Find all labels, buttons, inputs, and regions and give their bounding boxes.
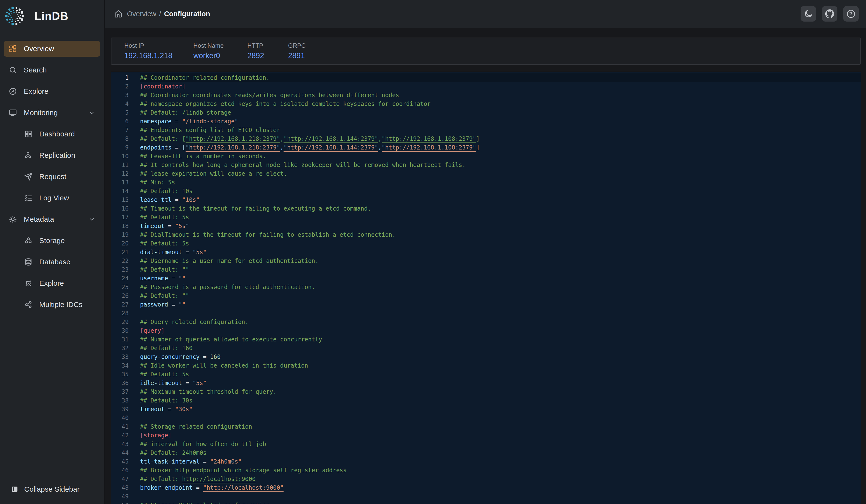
line-number: 48 <box>111 483 140 492</box>
config-editor[interactable]: 1## Coordinator related configuration.2[… <box>111 72 861 504</box>
help-button[interactable] <box>843 6 859 22</box>
code-text: ## namespace organizes etcd keys into a … <box>140 100 861 108</box>
collapse-sidebar-button[interactable]: Collapse Sidebar <box>0 482 104 497</box>
line-number: 10 <box>111 152 140 161</box>
line-number: 37 <box>111 388 140 396</box>
config-line: 38## Default: 30s <box>111 396 861 405</box>
content: Host IP192.168.1.218Host Nameworker0HTTP… <box>105 29 866 504</box>
config-line: 16## Timeout is the timeout for failing … <box>111 204 861 213</box>
line-number: 47 <box>111 475 140 483</box>
config-line: 43## interval for how often do ttl job <box>111 440 861 448</box>
config-line: 25## Password is a password for etcd aut… <box>111 283 861 291</box>
config-line: 7## Endpoints config list of ETCD cluste… <box>111 126 861 134</box>
config-line: 2[coordinator] <box>111 82 861 91</box>
line-number: 9 <box>111 143 140 152</box>
search-icon <box>9 66 17 74</box>
config-line: 29## Query related configuration. <box>111 318 861 326</box>
breadcrumb-separator: / <box>159 10 161 18</box>
help-icon <box>846 9 856 19</box>
sidebar-item-monitoring[interactable]: Monitoring <box>4 105 100 121</box>
database-icon <box>24 258 32 266</box>
sidebar-item-search[interactable]: Search <box>4 62 100 78</box>
checklist-icon <box>24 194 32 202</box>
info-field-host-ip: Host IP192.168.1.218 <box>124 42 193 60</box>
topbar: Overview / Configuration <box>105 0 866 29</box>
config-line: 6namespace = "/lindb-storage" <box>111 117 861 126</box>
sidebar-item-request[interactable]: Request <box>4 169 100 184</box>
info-field-value: 2892 <box>247 52 288 60</box>
config-line: 21dial-timeout = "5s" <box>111 248 861 257</box>
line-number: 3 <box>111 91 140 100</box>
config-line: 36idle-timeout = "5s" <box>111 379 861 388</box>
sidebar-item-log-view[interactable]: Log View <box>4 190 100 206</box>
config-line: 24username = "" <box>111 274 861 283</box>
config-line: 45ttl-task-interval = "24h0m0s" <box>111 457 861 466</box>
target-icon <box>24 279 32 287</box>
sidebar-item-label: Storage <box>39 236 65 245</box>
info-field-value: 2891 <box>288 52 306 60</box>
sidebar-item-replication[interactable]: Replication <box>4 147 100 163</box>
info-field-label: Host Name <box>193 42 247 49</box>
code-text: [storage] <box>140 431 861 440</box>
config-line: 17## Default: 5s <box>111 213 861 222</box>
sidebar-item-label: Log View <box>39 194 69 202</box>
share-icon <box>24 301 32 309</box>
sidebar-item-explore[interactable]: Explore <box>4 83 100 99</box>
sidebar-item-label: Explore <box>24 87 48 96</box>
config-line: 12## lease expiration will cause a re-el… <box>111 169 861 178</box>
line-number: 29 <box>111 318 140 326</box>
github-button[interactable] <box>822 6 837 22</box>
code-text: query-concurrency = 160 <box>140 352 861 361</box>
config-line: 31## Number of queries allowed to execut… <box>111 335 861 344</box>
code-text: lease-ttl = "10s" <box>140 195 861 204</box>
code-text: ## Password is a password for etcd authe… <box>140 283 861 291</box>
hexagons-icon <box>24 236 32 245</box>
sidebar-item-label: Replication <box>39 151 75 159</box>
breadcrumb-parent[interactable]: Overview <box>127 10 156 18</box>
sidebar-item-database[interactable]: Database <box>4 254 100 270</box>
home-icon[interactable] <box>114 10 123 18</box>
collapse-panel-icon <box>11 485 19 493</box>
sidebar-item-explore-meta[interactable]: Explore <box>4 275 100 291</box>
sidebar-item-storage[interactable]: Storage <box>4 233 100 249</box>
code-text: ## lease expiration will cause a re-elec… <box>140 169 861 178</box>
code-text: ## Lease-TTL is a number in seconds. <box>140 152 861 161</box>
config-line: 13## Min: 5s <box>111 178 861 187</box>
line-number: 19 <box>111 231 140 239</box>
sidebar-item-dashboard[interactable]: Dashboard <box>4 126 100 142</box>
line-number: 24 <box>111 274 140 283</box>
line-number: 44 <box>111 448 140 457</box>
line-number: 23 <box>111 265 140 274</box>
theme-toggle-button[interactable] <box>801 6 816 22</box>
code-text: timeout = "30s" <box>140 405 861 414</box>
sidebar-item-metadata[interactable]: Metadata <box>4 211 100 227</box>
config-line: 35## Default: 5s <box>111 370 861 379</box>
config-line: 14## Default: 10s <box>111 187 861 195</box>
sidebar-item-overview[interactable]: Overview <box>4 41 100 57</box>
code-text: ## Default: 160 <box>140 344 861 352</box>
config-line: 34## Idle worker will be canceled in thi… <box>111 361 861 370</box>
sidebar: LinDB OverviewSearchExploreMonitoringDas… <box>0 0 105 504</box>
code-text: ## Storage related configuration <box>140 422 861 431</box>
sidebar-item-multiple-idcs[interactable]: Multiple IDCs <box>4 296 100 313</box>
code-text: ## Default: 5s <box>140 213 861 222</box>
config-line: 9endpoints = ["http://192.168.1.218:2379… <box>111 143 861 152</box>
line-number: 11 <box>111 161 140 169</box>
line-number: 38 <box>111 396 140 405</box>
sidebar-item-label: Request <box>39 172 66 181</box>
line-number: 43 <box>111 440 140 448</box>
config-line: 10## Lease-TTL is a number in seconds. <box>111 152 861 161</box>
config-line: 40 <box>111 414 861 422</box>
config-line: 15lease-ttl = "10s" <box>111 195 861 204</box>
line-number: 25 <box>111 283 140 291</box>
collapse-sidebar-label: Collapse Sidebar <box>24 485 79 493</box>
sidebar-item-label: Database <box>39 258 70 266</box>
line-number: 12 <box>111 169 140 178</box>
sidebar-item-label: Monitoring <box>24 109 58 117</box>
logo: LinDB <box>0 0 104 32</box>
code-text: timeout = "5s" <box>140 222 861 231</box>
line-number: 22 <box>111 257 140 265</box>
send-icon <box>24 172 32 181</box>
overview-grid-icon <box>9 45 17 53</box>
chevron-down-icon <box>88 109 95 116</box>
